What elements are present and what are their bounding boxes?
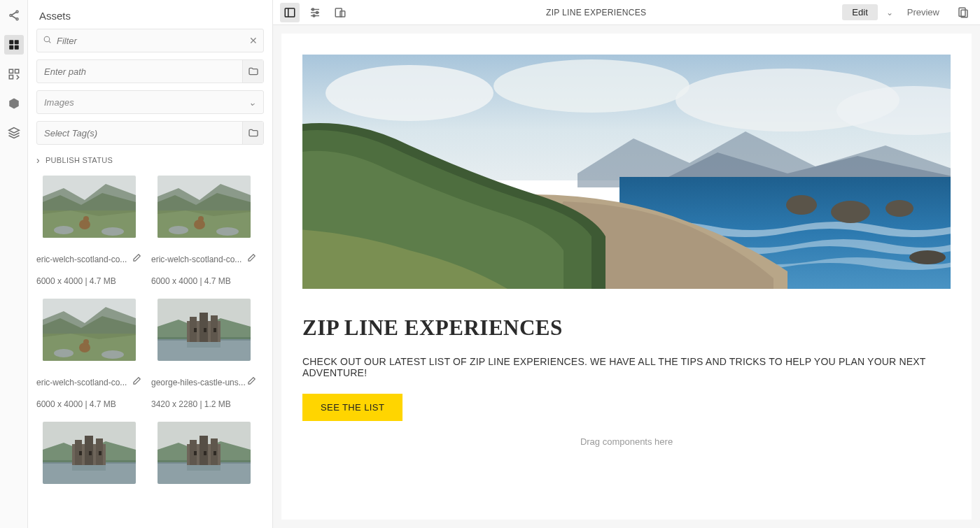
- svg-rect-56: [200, 436, 208, 465]
- asset-card[interactable]: [36, 422, 141, 484]
- page-info-icon[interactable]: [953, 3, 973, 22]
- chevron-down-icon: ⌄: [248, 97, 256, 108]
- component-dropzone[interactable]: Drag components here: [302, 434, 951, 450]
- svg-point-2: [16, 18, 18, 20]
- svg-rect-6: [14, 40, 18, 44]
- asset-thumbnail[interactable]: [43, 422, 136, 484]
- asset-name: eric-welch-scotland-co...: [151, 255, 246, 264]
- asset-card[interactable]: eric-welch-scotland-co...6000 x 4000 | 4…: [151, 176, 256, 286]
- asset-name: george-hiles-castle-uns...: [151, 378, 246, 387]
- preview-button[interactable]: Preview: [902, 7, 945, 17]
- svg-rect-11: [9, 76, 13, 79]
- asset-thumbnail[interactable]: [158, 422, 251, 484]
- path-input-row[interactable]: [36, 59, 264, 83]
- emulator-icon[interactable]: [330, 3, 350, 22]
- asset-meta: 6000 x 4000 | 4.7 MB: [151, 276, 256, 286]
- edit-icon[interactable]: [132, 253, 141, 265]
- svg-rect-9: [9, 69, 13, 73]
- svg-line-14: [49, 41, 50, 43]
- svg-rect-59: [214, 451, 216, 455]
- filter-search[interactable]: ✕: [36, 29, 264, 52]
- edit-icon[interactable]: [132, 376, 141, 388]
- svg-point-67: [313, 15, 315, 17]
- svg-rect-48: [79, 451, 82, 455]
- svg-point-65: [312, 8, 314, 10]
- asset-meta: 6000 x 4000 | 4.7 MB: [36, 276, 141, 286]
- svg-rect-41: [214, 328, 216, 332]
- svg-point-74: [493, 59, 690, 113]
- sidebar-title: Assets: [28, 0, 272, 29]
- components-icon[interactable]: [4, 64, 24, 84]
- svg-point-79: [831, 201, 870, 223]
- share-icon[interactable]: [4, 6, 24, 25]
- svg-point-66: [316, 11, 318, 13]
- asset-thumbnail[interactable]: [158, 176, 251, 238]
- sidepanel-toggle-icon[interactable]: [280, 3, 300, 22]
- svg-rect-58: [204, 451, 206, 455]
- svg-point-0: [16, 10, 18, 13]
- svg-point-26: [216, 227, 239, 236]
- svg-rect-68: [335, 8, 342, 17]
- asset-card[interactable]: eric-welch-scotland-co...6000 x 4000 | 4…: [36, 176, 141, 286]
- assets-panel-icon[interactable]: [4, 35, 24, 55]
- asset-type-label: Images: [44, 97, 74, 108]
- edit-icon[interactable]: [246, 253, 256, 265]
- asset-name: eric-welch-scotland-co...: [36, 378, 132, 387]
- svg-marker-12: [8, 128, 19, 134]
- edit-icon[interactable]: [246, 376, 256, 388]
- svg-point-78: [786, 195, 817, 215]
- page-heading[interactable]: ZIP LINE EXPERIENCES: [302, 315, 951, 341]
- svg-point-73: [326, 65, 493, 121]
- asset-meta: 6000 x 4000 | 4.7 MB: [36, 399, 141, 409]
- search-icon: [43, 35, 52, 46]
- svg-point-81: [909, 250, 946, 264]
- asset-thumbnail[interactable]: [43, 176, 136, 238]
- left-rail: [0, 0, 28, 528]
- chevron-right-icon: ›: [36, 155, 40, 166]
- svg-rect-38: [200, 313, 208, 342]
- filter-input[interactable]: [37, 36, 263, 46]
- svg-line-3: [12, 13, 16, 15]
- svg-rect-7: [9, 45, 13, 50]
- svg-rect-57: [194, 451, 197, 455]
- page-properties-icon[interactable]: [305, 3, 325, 22]
- folder-icon[interactable]: [242, 122, 263, 144]
- svg-rect-70: [959, 8, 965, 16]
- svg-rect-50: [99, 451, 102, 455]
- clear-icon[interactable]: ✕: [249, 35, 258, 46]
- svg-rect-10: [15, 69, 18, 73]
- tags-input-row[interactable]: [36, 121, 264, 145]
- asset-card[interactable]: george-hiles-castle-uns...3420 x 2280 | …: [151, 299, 256, 409]
- cta-button[interactable]: SEE THE LIST: [302, 394, 402, 421]
- topbar-left: [280, 3, 350, 22]
- asset-card[interactable]: [151, 422, 256, 484]
- edit-mode-button[interactable]: Edit: [842, 4, 877, 20]
- folder-icon[interactable]: [242, 60, 263, 83]
- page-subheading[interactable]: CHECK OUT OUR LATEST LIST OF ZIP LINE EX…: [302, 356, 951, 378]
- publish-status-toggle[interactable]: › PUBLISH STATUS: [36, 155, 264, 166]
- svg-point-25: [169, 226, 188, 234]
- svg-point-20: [102, 227, 124, 236]
- svg-point-24: [198, 216, 204, 222]
- asset-type-select[interactable]: Images ⌄: [36, 90, 264, 114]
- svg-rect-49: [89, 451, 92, 455]
- asset-card[interactable]: eric-welch-scotland-co...6000 x 4000 | 4…: [36, 299, 141, 409]
- topbar-right: Edit ⌄ Preview: [842, 3, 973, 22]
- svg-rect-60: [285, 8, 295, 17]
- mode-dropdown-icon[interactable]: ⌄: [886, 8, 893, 17]
- assets-sidebar: Assets ✕ Images ⌄: [28, 0, 273, 528]
- page-canvas[interactable]: ZIP LINE EXPERIENCES CHECK OUT OUR LATES…: [281, 34, 972, 520]
- path-input[interactable]: [37, 66, 263, 77]
- svg-rect-47: [85, 436, 93, 465]
- asset-thumbnail[interactable]: [158, 299, 251, 361]
- tags-input[interactable]: [37, 128, 263, 138]
- canvas-wrapper[interactable]: ZIP LINE EXPERIENCES CHECK OUT OUR LATES…: [273, 25, 980, 528]
- asset-thumbnail[interactable]: [43, 299, 136, 361]
- svg-line-4: [12, 16, 16, 19]
- svg-point-32: [102, 350, 124, 359]
- publish-status-label: PUBLISH STATUS: [46, 156, 113, 164]
- svg-point-1: [10, 15, 12, 17]
- content-tree-icon[interactable]: [4, 94, 24, 113]
- hero-image[interactable]: [302, 55, 951, 289]
- layers-icon[interactable]: [4, 123, 24, 143]
